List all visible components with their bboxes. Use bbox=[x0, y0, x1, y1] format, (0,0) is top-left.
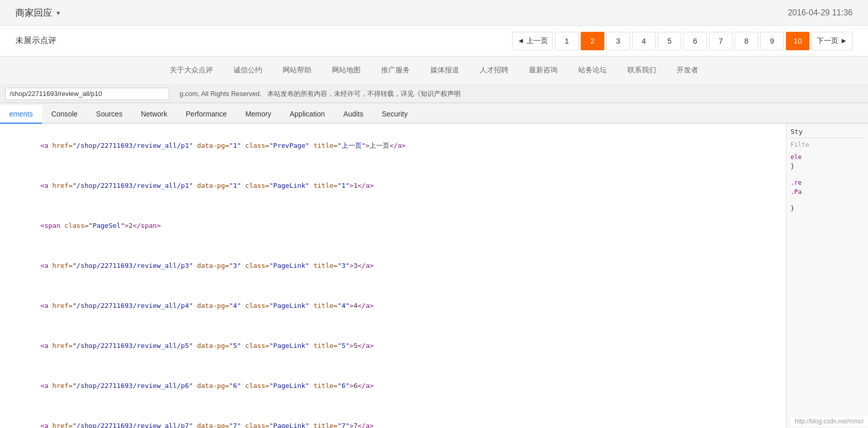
timestamp: 2016-04-29 11:36 bbox=[788, 8, 853, 17]
html-panel: <a href="/shop/22711693/review_all/p1" d… bbox=[0, 124, 786, 428]
page-5-button[interactable]: 5 bbox=[658, 32, 681, 50]
pagination: ◄ 上一页 1 2 3 4 5 6 7 8 9 10 下一页 ► bbox=[512, 32, 853, 50]
merchant-response[interactable]: 商家回应 ▾ bbox=[15, 7, 60, 19]
prev-page-button[interactable]: ◄ 上一页 bbox=[512, 32, 553, 50]
footer-link-forum[interactable]: 站务论坛 bbox=[578, 66, 607, 75]
html-line-5[interactable]: <a href="/shop/22711693/review_all/p4" d… bbox=[0, 286, 786, 326]
html-line-1[interactable]: <a href="/shop/22711693/review_all/p1" d… bbox=[0, 126, 786, 166]
tab-security[interactable]: Security bbox=[372, 105, 417, 124]
page-6-button[interactable]: 6 bbox=[683, 32, 707, 50]
page-10-button[interactable]: 10 bbox=[786, 32, 810, 50]
url-input[interactable] bbox=[5, 88, 169, 100]
html-line-4[interactable]: <a href="/shop/22711693/review_all/p3" d… bbox=[0, 246, 786, 286]
styles-panel-header: Sty bbox=[791, 128, 864, 138]
styles-panel: Sty Filte ele } .re .Pa } bbox=[786, 124, 868, 428]
copyright-text: g.com, All Rights Reserved. 本站发布的所有内容，未经… bbox=[180, 89, 868, 99]
footer-link-help[interactable]: 网站帮助 bbox=[283, 66, 311, 75]
html-line-6[interactable]: <a href="/shop/22711693/review_all/p5" d… bbox=[0, 326, 786, 366]
footer-link-jobs[interactable]: 人才招聘 bbox=[480, 66, 508, 75]
tab-console[interactable]: Console bbox=[42, 105, 87, 124]
page-2-button[interactable]: 2 bbox=[581, 32, 604, 50]
page-3-button[interactable]: 3 bbox=[606, 32, 630, 50]
footer-link-about[interactable]: 关于大众点评 bbox=[170, 66, 213, 75]
tab-sources[interactable]: Sources bbox=[87, 105, 131, 124]
html-line-7[interactable]: <a href="/shop/22711693/review_all/p6" d… bbox=[0, 366, 786, 406]
page-9-button[interactable]: 9 bbox=[760, 32, 784, 50]
footer-link-promotion[interactable]: 推广服务 bbox=[381, 66, 410, 75]
tab-audits[interactable]: Audits bbox=[334, 105, 372, 124]
html-line-3[interactable]: <span class="PageSel">2</span> bbox=[0, 206, 786, 246]
page-4-button[interactable]: 4 bbox=[632, 32, 656, 50]
url-bar: g.com, All Rights Reserved. 本站发布的所有内容，未经… bbox=[0, 85, 868, 103]
chevron-down-icon: ▾ bbox=[56, 9, 60, 17]
top-bar: 商家回应 ▾ 2016-04-29 11:36 bbox=[0, 0, 868, 26]
styles-rule-3: } bbox=[791, 204, 864, 213]
no-review-label: 未展示点评 bbox=[15, 35, 56, 46]
footer-nav: 关于大众点评 诚信公约 网站帮助 网站地图 推广服务 媒体报道 人才招聘 最新咨… bbox=[0, 56, 868, 85]
styles-filter[interactable]: Filte bbox=[791, 141, 864, 148]
tab-application[interactable]: Application bbox=[281, 105, 334, 124]
footer-link-media[interactable]: 媒体报道 bbox=[430, 66, 459, 75]
tab-memory[interactable]: Memory bbox=[236, 105, 281, 124]
page-1-button[interactable]: 1 bbox=[555, 32, 579, 50]
footer-link-news[interactable]: 最新咨询 bbox=[529, 66, 558, 75]
tab-performance[interactable]: Performance bbox=[176, 105, 236, 124]
page-7-button[interactable]: 7 bbox=[709, 32, 733, 50]
devtools-content: <a href="/shop/22711693/review_all/p1" d… bbox=[0, 124, 868, 428]
styles-rule-2: .re .Pa bbox=[791, 178, 864, 197]
pagination-bar: 未展示点评 ◄ 上一页 1 2 3 4 5 6 7 8 9 10 下一页 ► bbox=[0, 26, 868, 56]
footer-link-dev[interactable]: 开发者 bbox=[677, 66, 698, 75]
merchant-label: 商家回应 bbox=[15, 7, 52, 19]
footer-link-integrity[interactable]: 诚信公约 bbox=[233, 66, 262, 75]
footer-link-contact[interactable]: 联系我们 bbox=[627, 66, 656, 75]
devtools-tabs: ements Console Sources Network Performan… bbox=[0, 103, 868, 124]
footer-link-sitemap[interactable]: 网站地图 bbox=[332, 66, 361, 75]
bottom-url-watermark: http://blog.csdn.net/mmcr bbox=[791, 417, 868, 426]
styles-rule-1: ele } bbox=[791, 152, 864, 171]
html-line-8[interactable]: <a href="/shop/22711693/review_all/p7" d… bbox=[0, 406, 786, 428]
tab-network[interactable]: Network bbox=[132, 105, 176, 124]
next-page-button[interactable]: 下一页 ► bbox=[812, 32, 853, 50]
tab-elements[interactable]: ements bbox=[0, 105, 42, 124]
page-8-button[interactable]: 8 bbox=[735, 32, 758, 50]
html-line-2[interactable]: <a href="/shop/22711693/review_all/p1" d… bbox=[0, 166, 786, 206]
